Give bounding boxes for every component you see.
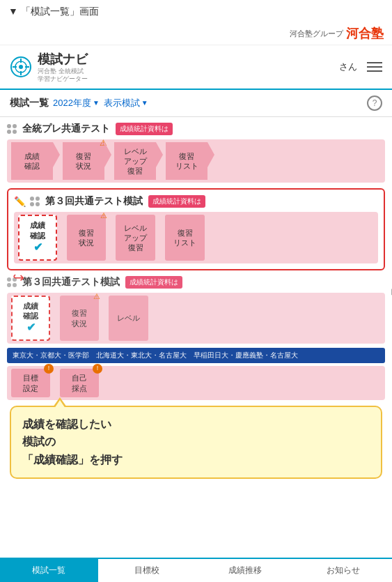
target-warning-badge: !	[44, 364, 54, 374]
exam1-btn3-l3: 復習	[127, 166, 143, 176]
exam3-seiseki-btn[interactable]: 成績 確認 ✔	[11, 296, 50, 341]
triangle-icon: ▼	[8, 6, 18, 17]
app-header: 模試ナビ 河合塾 全統模試 学習ナビゲーター さん	[0, 45, 392, 90]
logo-area: 模試ナビ 河合塾 全統模試 学習ナビゲーター	[10, 51, 88, 83]
exam2-action-row: 成績 確認 ✔ 復習 状況 レベル アップ 復習 復習 リスト	[14, 212, 378, 263]
user-label: さん	[339, 61, 357, 73]
filter-bar: 模試一覧 2022年度 ▼ 表示模試 ▼ ?	[0, 90, 392, 117]
nav-notice-label: お知らせ	[327, 565, 360, 576]
logo-sub2: 学習ナビゲーター	[38, 75, 88, 83]
check-icon: ✔	[33, 240, 42, 255]
exam1-btn2-l2: 状況	[76, 161, 91, 171]
curved-arrow-icon: ↩	[13, 269, 24, 286]
exam3-seiseki-l2: 確認	[23, 311, 38, 321]
nav-score-trend-label: 成績推移	[228, 565, 262, 576]
exam1-action-row: 成績 確認 復習 状況 レベル アップ 復習 復習 リスト	[7, 139, 385, 183]
exam1-btn4-l1: 復習	[179, 151, 194, 161]
display-label: 表示模試	[104, 97, 140, 109]
exam2-btn2-l1: 復習	[79, 228, 94, 238]
exam2-header: ✏️ 第３回共通テスト模試 成績統計資料は	[14, 195, 378, 208]
nav-target-school-label: 目標校	[134, 565, 159, 576]
year-label: 2022年度	[53, 97, 91, 109]
logo-main: 模試ナビ	[38, 51, 88, 68]
exam3-title: 第３回共通テスト模試	[22, 276, 120, 289]
exam1-btn1-l2: 確認	[24, 161, 40, 171]
exam1-badge: 成績統計資料は	[116, 123, 173, 135]
uni-bar-text: 東京大・京都大・医学部 北海道大・東北大・名古屋大 早稲田日大・慶應義塾・名古屋…	[13, 351, 298, 360]
exam2-btn3-l1: レベル	[124, 223, 147, 233]
hamburger-menu[interactable]	[367, 62, 382, 72]
kawai-header: 河合塾グループ 河合塾	[0, 22, 392, 45]
nav-exam-list-label: 模試一覧	[32, 565, 65, 576]
year-arrow-icon: ▼	[93, 99, 100, 107]
self-l1: 自己	[72, 373, 87, 383]
exam2-seiseki-l1: 成績	[30, 220, 45, 230]
help-button[interactable]: ?	[367, 95, 382, 111]
exam3-levelup-btn[interactable]: レベル	[109, 296, 148, 341]
year-filter[interactable]: 2022年度 ▼	[53, 97, 100, 109]
exam1-levelup-btn[interactable]: レベル アップ 復習	[114, 142, 156, 181]
exam2-seiseki-l2: 確認	[30, 231, 45, 240]
exam3-action-row: 成績 確認 ✔ 復習 状況 レベル	[7, 293, 385, 344]
exam3-check-icon: ✔	[26, 321, 36, 335]
nav-score-trend[interactable]: 成績推移	[196, 559, 295, 582]
exam2-grid-icon	[30, 197, 40, 206]
exam1-btn3-l1: レベル	[124, 146, 147, 156]
exam2-list-btn[interactable]: 復習 リスト	[165, 215, 205, 260]
exam1-review-btn[interactable]: 復習 状況	[63, 142, 104, 181]
exam2-btn4-l2: リスト	[173, 238, 196, 247]
exam3-badge: 成績統計資料は	[125, 276, 182, 289]
exam1-btn1-l1: 成績	[24, 151, 40, 161]
exam2-btn3-l3: 復習	[128, 243, 143, 252]
target-l1: 目標	[23, 373, 38, 383]
exam3-section: ↩ 第３回共通テスト模試 成績統計資料は 成績 確認 ✔ 復習 状況 レベル	[7, 276, 385, 344]
exam2-btn3-l2: アップ	[124, 233, 147, 243]
exam2-seiseki-btn[interactable]: 成績 確認 ✔	[18, 215, 57, 260]
exam2-review-btn[interactable]: 復習 状況	[67, 215, 106, 260]
filter-label: 模試一覧	[10, 97, 49, 109]
kawai-brand: 河合塾	[346, 25, 384, 42]
header-right: さん	[339, 61, 382, 73]
exam1-list-btn[interactable]: 復習 リスト	[166, 142, 207, 181]
logo-icon	[10, 56, 32, 78]
exam1-header: 全統プレ共通テスト 成績統計資料は	[7, 123, 385, 135]
kawai-group-label: 河合塾グループ	[290, 29, 343, 39]
exam3-level-label: レベル	[117, 313, 140, 323]
self-score-btn[interactable]: ! 自己 採点	[60, 369, 99, 397]
exam2-levelup-btn[interactable]: レベル アップ 復習	[116, 215, 155, 260]
exam1-btn4-l2: リスト	[175, 161, 198, 171]
target-l2: 設定	[23, 383, 38, 393]
exam1-btn2-l1: 復習	[76, 151, 91, 161]
self-l2: 採点	[72, 383, 87, 393]
nav-notice[interactable]: お知らせ	[294, 559, 392, 582]
tooltip-line1: 成績を確認したい	[22, 415, 370, 434]
exam3-seiseki-l1: 成績	[23, 301, 38, 311]
exam3-header: 第３回共通テスト模試 成績統計資料は	[7, 276, 385, 289]
target-set-btn[interactable]: ! 目標 設定	[11, 369, 50, 397]
exam1-btn3-l2: アップ	[124, 156, 147, 166]
nav-exam-list[interactable]: 模試一覧	[0, 559, 98, 582]
exam3-btn2-l1: 復習	[72, 308, 87, 318]
tooltip-line3: 「成績確認」を押す	[22, 451, 370, 469]
self-warning-badge: !	[93, 364, 102, 374]
main-content: 全統プレ共通テスト 成績統計資料は 成績 確認 復習 状況 レベル アップ 復習…	[0, 117, 392, 490]
exam2-section: ✏️ 第３回共通テスト模試 成績統計資料は 成績 確認 ✔ 復習 状況 レベル …	[7, 188, 385, 270]
exam2-btn4-l1: 復習	[178, 228, 193, 238]
logo-text: 模試ナビ 河合塾 全統模試 学習ナビゲーター	[38, 51, 88, 83]
tooltip-bubble: 成績を確認したい 模試の 「成績確認」を押す	[10, 406, 382, 479]
page-title-area: ▼ 「模試一覧」画面	[0, 0, 392, 22]
bottom-nav: 模試一覧 目標校 成績推移 お知らせ	[0, 558, 392, 582]
exam2-badge: 成績統計資料は	[148, 195, 205, 208]
nav-target-school[interactable]: 目標校	[98, 559, 196, 582]
tooltip-line2: 模試の	[22, 433, 370, 451]
exam3-review-btn[interactable]: 復習 状況	[60, 296, 99, 341]
exam3-btn2-l2: 状況	[72, 319, 87, 328]
display-filter[interactable]: 表示模試 ▼	[104, 97, 148, 109]
exam1-seiseki-btn[interactable]: 成績 確認	[11, 142, 53, 181]
svg-point-6	[19, 65, 23, 69]
exam1-title: 全統プレ共通テスト	[22, 123, 110, 135]
uni-bar: 東京大・京都大・医学部 北海道大・東北大・名古屋大 早稲田日大・慶應義塾・名古屋…	[7, 348, 385, 363]
page-title: 「模試一覧」画面	[21, 6, 99, 17]
exam2-title: 第３回共通テスト模試	[45, 195, 143, 208]
exam1-section: 全統プレ共通テスト 成績統計資料は 成績 確認 復習 状況 レベル アップ 復習…	[7, 123, 385, 183]
